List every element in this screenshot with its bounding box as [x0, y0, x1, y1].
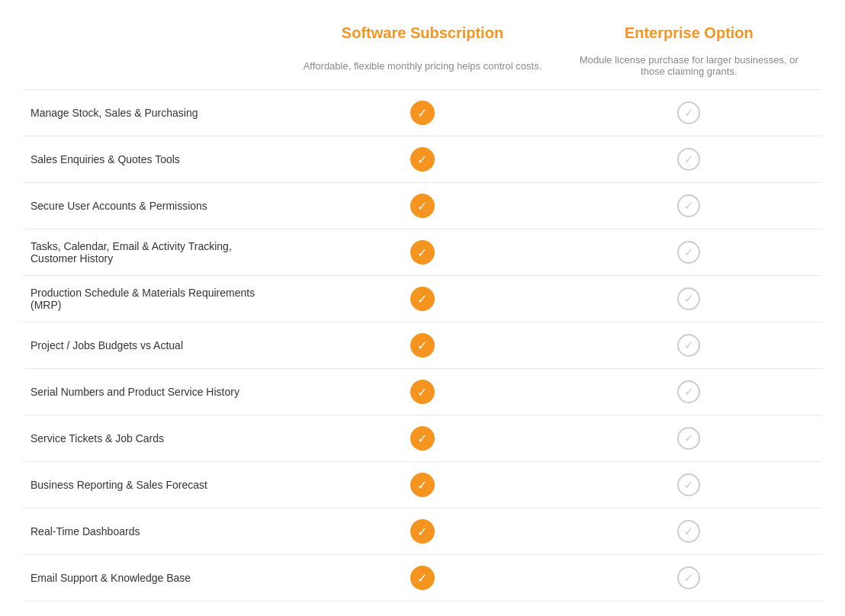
check-orange-icon: ✓: [410, 473, 435, 497]
check-orange-icon: ✓: [410, 333, 435, 358]
feature-label: Integrations: [23, 602, 289, 617]
check-grey-icon: ✓: [677, 473, 700, 496]
subscription-cell: ✓: [289, 229, 555, 276]
feature-label: Real-Time Dashboards: [23, 509, 289, 555]
enterprise-cell: ✓: [556, 369, 822, 415]
subheader-row: Affordable, flexible monthly pricing hel…: [23, 51, 822, 90]
subscription-subtitle: Affordable, flexible monthly pricing hel…: [289, 51, 555, 90]
enterprise-cell: ✓: [556, 276, 822, 322]
subscription-cell: Xero, QuickBooks Online, Sage 50 Account…: [289, 602, 555, 617]
check-grey-icon: ✓: [677, 334, 700, 357]
table-body: Manage Stock, Sales & Purchasing✓✓Sales …: [23, 90, 822, 617]
enterprise-cell: ✓: [556, 555, 822, 602]
enterprise-cell: ✓: [556, 415, 822, 462]
subscription-cell: ✓: [289, 555, 555, 602]
check-grey-icon: ✓: [677, 101, 700, 124]
enterprise-cell: ✓: [556, 509, 822, 555]
check-grey-icon: ✓: [677, 427, 700, 450]
subscription-cell: ✓: [289, 415, 555, 462]
header-row: Software Subscription Enterprise Option: [23, 15, 822, 51]
check-orange-icon: ✓: [410, 566, 435, 590]
subscription-cell: ✓: [289, 136, 555, 183]
feature-label: Manage Stock, Sales & Purchasing: [23, 90, 289, 136]
subscription-cell: ✓: [289, 276, 555, 322]
check-orange-icon: ✓: [410, 287, 435, 311]
enterprise-subtitle: Module license purchase for larger busin…: [556, 51, 822, 90]
enterprise-cell: ✓: [556, 90, 822, 136]
table-row: Serial Numbers and Product Service Histo…: [23, 369, 822, 415]
check-grey-icon: ✓: [677, 241, 700, 264]
check-orange-icon: ✓: [410, 194, 435, 218]
feature-col-header: [23, 15, 289, 51]
check-orange-icon: ✓: [410, 240, 435, 265]
table-row: Service Tickets & Job Cards✓✓: [23, 415, 822, 462]
table-row: Secure User Accounts & Permissions✓✓: [23, 183, 822, 229]
subheader-feature-empty: [23, 51, 289, 90]
comparison-table: Software Subscription Enterprise Option …: [23, 15, 822, 616]
subscription-cell: ✓: [289, 509, 555, 555]
enterprise-col-header: Enterprise Option: [556, 15, 822, 51]
table-row: Business Reporting & Sales Forecast✓✓: [23, 462, 822, 509]
check-grey-icon: ✓: [677, 520, 700, 543]
check-grey-icon: ✓: [677, 148, 700, 171]
check-grey-icon: ✓: [677, 194, 700, 217]
table-row: IntegrationsXero, QuickBooks Online, Sag…: [23, 602, 822, 617]
subscription-cell: ✓: [289, 183, 555, 229]
table-row: Production Schedule & Materials Requirem…: [23, 276, 822, 322]
feature-label: Project / Jobs Budgets vs Actual: [23, 322, 289, 369]
feature-label: Tasks, Calendar, Email & Activity Tracki…: [23, 229, 289, 276]
feature-label: Secure User Accounts & Permissions: [23, 183, 289, 229]
table-row: Project / Jobs Budgets vs Actual✓✓: [23, 322, 822, 369]
check-orange-icon: ✓: [410, 101, 435, 125]
enterprise-title: Enterprise Option: [568, 24, 810, 48]
subscription-col-header: Software Subscription: [289, 15, 555, 51]
feature-label: Business Reporting & Sales Forecast: [23, 462, 289, 509]
table-row: Real-Time Dashboards✓✓: [23, 509, 822, 555]
enterprise-cell: ✓: [556, 322, 822, 369]
feature-label: Email Support & Knowledge Base: [23, 555, 289, 602]
subscription-cell: ✓: [289, 369, 555, 415]
feature-label: Production Schedule & Materials Requirem…: [23, 276, 289, 322]
check-orange-icon: ✓: [410, 519, 435, 544]
enterprise-cell: ✓: [556, 136, 822, 183]
feature-label: Service Tickets & Job Cards: [23, 415, 289, 462]
enterprise-cell: ✓: [556, 183, 822, 229]
check-orange-icon: ✓: [410, 147, 435, 172]
check-grey-icon: ✓: [677, 380, 700, 403]
subscription-cell: ✓: [289, 90, 555, 136]
feature-label: Serial Numbers and Product Service Histo…: [23, 369, 289, 415]
check-orange-icon: ✓: [410, 380, 435, 404]
subscription-title: Software Subscription: [301, 24, 543, 48]
enterprise-cell: ✓: [556, 462, 822, 509]
table-row: Tasks, Calendar, Email & Activity Tracki…: [23, 229, 822, 276]
table-row: Sales Enquiries & Quotes Tools✓✓: [23, 136, 822, 183]
table-row: Manage Stock, Sales & Purchasing✓✓: [23, 90, 822, 136]
table-row: Email Support & Knowledge Base✓✓: [23, 555, 822, 602]
feature-label: Sales Enquiries & Quotes Tools: [23, 136, 289, 183]
check-orange-icon: ✓: [410, 426, 435, 451]
enterprise-cell: ✓: [556, 229, 822, 276]
check-grey-icon: ✓: [677, 287, 700, 310]
subscription-cell: ✓: [289, 322, 555, 369]
check-grey-icon: ✓: [677, 566, 700, 589]
comparison-page: Software Subscription Enterprise Option …: [0, 0, 845, 616]
enterprise-cell: Accounts* & Mailchimp plus Custom Integr…: [556, 602, 822, 617]
subscription-cell: ✓: [289, 462, 555, 509]
